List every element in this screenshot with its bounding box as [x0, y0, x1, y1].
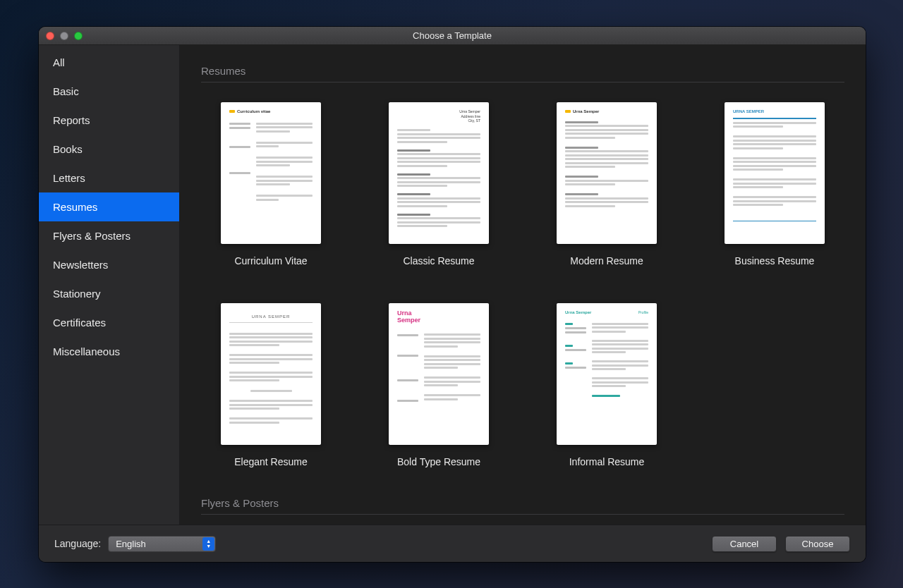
language-label: Language: [54, 538, 101, 549]
template-business-resume[interactable]: URNA SEMPER Business Re [705, 102, 844, 267]
sidebar-item-reports[interactable]: Reports [39, 106, 179, 135]
section-header-flyers-posters: Flyers & Posters [201, 497, 844, 515]
template-curriculum-vitae[interactable]: Curriculum vitae [201, 102, 341, 267]
template-label: Bold Type Resume [397, 456, 480, 467]
titlebar: Choose a Template [39, 27, 866, 45]
template-label: Informal Resume [569, 456, 645, 467]
template-modern-resume[interactable]: Urna Semper Modern Resu [537, 102, 677, 267]
sidebar-item-basic[interactable]: Basic [39, 77, 179, 106]
template-classic-resume[interactable]: Urna SemperAddress lineCity, ST [369, 102, 509, 267]
zoom-icon[interactable] [74, 32, 83, 40]
template-label: Modern Resume [570, 255, 643, 267]
sidebar-item-letters[interactable]: Letters [39, 164, 179, 192]
window-body: All Basic Reports Books Letters Resumes … [39, 45, 866, 525]
thumbnail: Urna Semper [557, 102, 657, 244]
sidebar-item-all[interactable]: All [39, 48, 179, 77]
choose-button[interactable]: Choose [785, 536, 850, 552]
sidebar-item-resumes[interactable]: Resumes [39, 192, 179, 221]
window-title: Choose a Template [39, 30, 866, 41]
sidebar-item-books[interactable]: Books [39, 135, 179, 164]
category-sidebar: All Basic Reports Books Letters Resumes … [39, 45, 180, 525]
sidebar-item-certificates[interactable]: Certificates [39, 308, 179, 337]
templates-grid: Curriculum vitae [201, 102, 844, 467]
language-select[interactable]: English ▲▼ [108, 536, 216, 552]
sidebar-item-miscellaneous[interactable]: Miscellaneous [39, 337, 179, 366]
minimize-icon[interactable] [60, 32, 68, 40]
cancel-button[interactable]: Cancel [712, 536, 777, 552]
language-value: English [116, 539, 146, 549]
thumbnail: Curriculum vitae [221, 102, 321, 244]
thumbnail: Urna SemperAddress lineCity, ST [389, 102, 489, 244]
window-traffic-lights [46, 32, 83, 40]
template-label: Elegant Resume [234, 456, 308, 467]
updown-arrows-icon: ▲▼ [202, 537, 214, 551]
close-icon[interactable] [46, 32, 54, 40]
template-label: Curriculum Vitae [234, 255, 307, 267]
footer-bar: Language: English ▲▼ Cancel Choose [39, 525, 866, 562]
sidebar-item-flyers-posters[interactable]: Flyers & Posters [39, 221, 179, 250]
template-informal-resume[interactable]: Urna Semper Profile [537, 303, 677, 467]
thumbnail: Urna Semper Profile [557, 303, 657, 445]
template-bold-type-resume[interactable]: UrnaSemper [369, 303, 509, 467]
thumbnail: UrnaSemper [389, 303, 489, 445]
thumbnail: URNA SEMPER [221, 303, 321, 445]
template-chooser-window: Choose a Template All Basic Reports Book… [39, 27, 866, 562]
sidebar-item-stationery[interactable]: Stationery [39, 279, 179, 308]
template-elegant-resume[interactable]: URNA SEMPER [201, 303, 341, 467]
thumbnail: URNA SEMPER [725, 102, 825, 244]
template-grid-area[interactable]: Resumes Curriculum vitae [180, 45, 866, 525]
sidebar-item-newsletters[interactable]: Newsletters [39, 250, 179, 279]
section-header-resumes: Resumes [201, 65, 844, 82]
template-label: Classic Resume [403, 255, 474, 267]
template-label: Business Resume [735, 255, 815, 267]
